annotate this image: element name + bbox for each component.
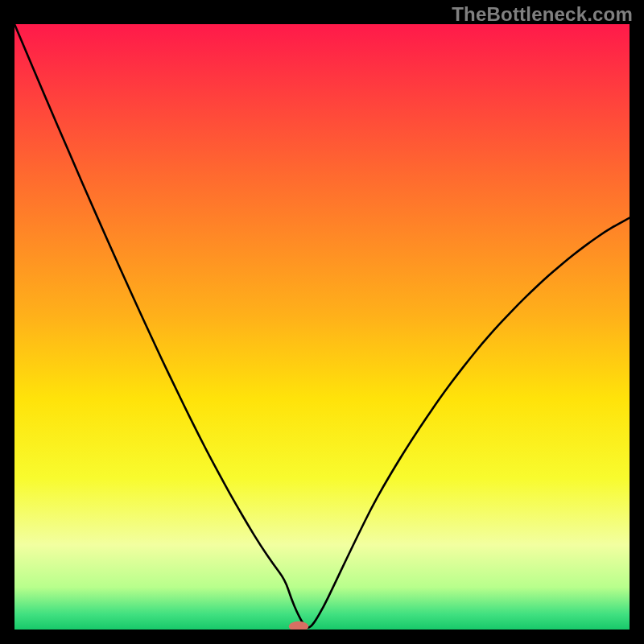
watermark-label: TheBottleneck.com — [452, 3, 633, 26]
chart-frame: TheBottleneck.com — [0, 0, 644, 644]
chart-background — [14, 24, 630, 630]
chart-plot — [14, 24, 630, 630]
chart-svg — [14, 24, 630, 630]
